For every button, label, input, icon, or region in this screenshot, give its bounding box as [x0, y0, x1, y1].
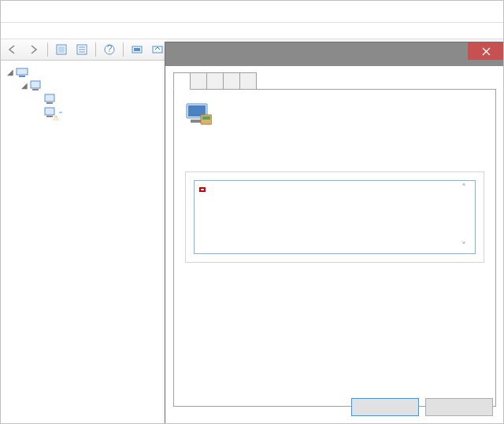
ok-button[interactable]: [351, 398, 419, 416]
device-large-icon: [185, 101, 212, 127]
collapse-icon[interactable]: ◢: [20, 81, 29, 90]
properties-tb-button[interactable]: [72, 41, 91, 58]
tab-driver[interactable]: [190, 72, 207, 90]
toolbar-separator: [47, 42, 48, 57]
tab-events[interactable]: [223, 72, 240, 90]
properties-dialog: ˄ ˅: [165, 42, 504, 424]
scan-button[interactable]: [128, 41, 146, 58]
svg-rect-1: [58, 46, 65, 53]
tree-item-display-adapters[interactable]: [45, 85, 48, 87]
svg-rect-17: [45, 108, 54, 115]
svg-rect-18: [46, 116, 53, 117]
svg-rect-12: [19, 76, 25, 77]
device-status-group: ˄ ˅: [185, 171, 484, 263]
svg-rect-16: [46, 102, 53, 104]
scrollbar[interactable]: ˄ ˅: [461, 183, 473, 252]
scroll-down-icon[interactable]: ˅: [461, 241, 473, 252]
toolbar-separator: [95, 42, 96, 57]
device-status-textbox[interactable]: ˄ ˅: [194, 180, 476, 254]
device-tree[interactable]: ◢ ◢ · ·: [1, 62, 182, 423]
computer-root-icon: [16, 66, 28, 79]
collapse-icon[interactable]: ◢: [6, 68, 15, 76]
menubar: [1, 23, 503, 39]
svg-rect-23: [202, 116, 210, 120]
toolbar-separator: [123, 42, 124, 57]
tab-general[interactable]: [173, 72, 191, 90]
display-adapter-icon: [44, 93, 57, 105]
svg-text:?: ?: [107, 44, 113, 54]
show-hidden-button[interactable]: [52, 41, 71, 58]
dialog-titlebar[interactable]: [165, 42, 504, 66]
svg-rect-13: [31, 81, 40, 88]
device-status-text: [199, 187, 206, 192]
tab-strip: [173, 72, 496, 90]
tree-item-intel-graphics[interactable]: [59, 98, 62, 100]
forward-button[interactable]: [24, 41, 43, 58]
svg-rect-11: [17, 68, 28, 75]
window-titlebar: [1, 1, 503, 23]
tab-panel-general: ˄ ˅: [173, 89, 496, 407]
svg-rect-9: [134, 48, 140, 51]
close-icon: [482, 47, 491, 56]
back-button[interactable]: [4, 41, 23, 58]
svg-rect-14: [32, 89, 39, 90]
help-tb-button[interactable]: ?: [100, 41, 119, 58]
svg-rect-15: [45, 94, 54, 101]
tree-root[interactable]: [31, 72, 34, 73]
display-adapters-icon: [30, 79, 43, 92]
close-button[interactable]: [468, 42, 504, 60]
scroll-up-icon[interactable]: ˄: [461, 183, 473, 194]
tree-item-nvidia-selected[interactable]: [59, 112, 62, 113]
tab-resources[interactable]: [239, 72, 257, 90]
cancel-button[interactable]: [425, 398, 493, 416]
tab-details[interactable]: [206, 72, 224, 90]
display-adapter-warning-icon: [44, 106, 57, 119]
